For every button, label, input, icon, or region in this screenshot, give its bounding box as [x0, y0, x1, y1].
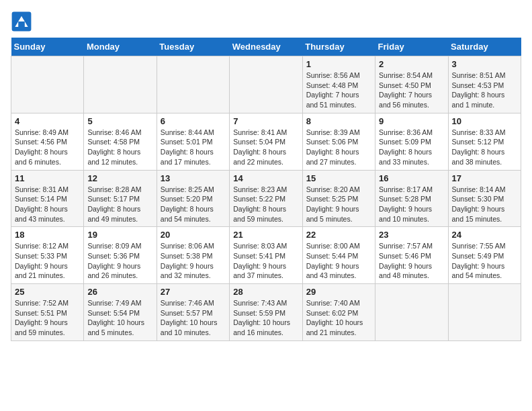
col-header-monday: Monday	[84, 38, 157, 56]
day-number: 22	[306, 230, 371, 240]
day-number: 13	[161, 173, 226, 183]
day-number: 10	[452, 116, 517, 126]
day-info: Sunrise: 8:03 AM Sunset: 5:41 PM Dayligh…	[233, 241, 298, 281]
day-info: Sunrise: 8:14 AM Sunset: 5:30 PM Dayligh…	[452, 185, 517, 224]
day-info: Sunrise: 8:09 AM Sunset: 5:36 PM Dayligh…	[87, 241, 152, 281]
day-info: Sunrise: 8:36 AM Sunset: 5:09 PM Dayligh…	[379, 128, 444, 167]
day-number: 5	[87, 116, 152, 126]
day-number: 2	[379, 59, 444, 69]
day-info: Sunrise: 8:28 AM Sunset: 5:17 PM Dayligh…	[87, 185, 152, 224]
day-cell: 14Sunrise: 8:23 AM Sunset: 5:22 PM Dayli…	[230, 170, 302, 227]
day-info: Sunrise: 8:25 AM Sunset: 5:20 PM Dayligh…	[161, 185, 226, 224]
logo	[11, 11, 34, 32]
day-cell: 6Sunrise: 8:44 AM Sunset: 5:01 PM Daylig…	[157, 113, 229, 170]
day-number: 25	[15, 287, 80, 297]
day-info: Sunrise: 8:17 AM Sunset: 5:28 PM Dayligh…	[379, 185, 444, 224]
day-number: 8	[306, 116, 371, 126]
day-cell	[448, 284, 521, 341]
day-number: 14	[233, 173, 298, 183]
day-info: Sunrise: 7:57 AM Sunset: 5:46 PM Dayligh…	[379, 241, 444, 281]
day-cell: 21Sunrise: 8:03 AM Sunset: 5:41 PM Dayli…	[230, 227, 302, 284]
day-number: 26	[87, 287, 152, 297]
day-number: 21	[233, 230, 298, 240]
logo-icon	[11, 11, 32, 32]
day-number: 29	[306, 287, 371, 297]
day-cell: 27Sunrise: 7:46 AM Sunset: 5:57 PM Dayli…	[157, 284, 229, 341]
day-cell: 7Sunrise: 8:41 AM Sunset: 5:04 PM Daylig…	[230, 113, 302, 170]
day-cell: 19Sunrise: 8:09 AM Sunset: 5:36 PM Dayli…	[84, 227, 157, 284]
col-header-wednesday: Wednesday	[230, 38, 302, 56]
week-row-4: 18Sunrise: 8:12 AM Sunset: 5:33 PM Dayli…	[11, 227, 521, 284]
day-info: Sunrise: 8:51 AM Sunset: 4:53 PM Dayligh…	[452, 71, 517, 110]
day-number: 15	[306, 173, 371, 183]
day-info: Sunrise: 8:39 AM Sunset: 5:06 PM Dayligh…	[306, 128, 371, 167]
day-cell: 24Sunrise: 7:55 AM Sunset: 5:49 PM Dayli…	[448, 227, 521, 284]
day-cell: 2Sunrise: 8:54 AM Sunset: 4:50 PM Daylig…	[375, 56, 448, 113]
day-cell: 16Sunrise: 8:17 AM Sunset: 5:28 PM Dayli…	[375, 170, 448, 227]
day-number: 4	[15, 116, 80, 126]
day-info: Sunrise: 8:20 AM Sunset: 5:25 PM Dayligh…	[306, 185, 371, 224]
day-cell: 4Sunrise: 8:49 AM Sunset: 4:56 PM Daylig…	[11, 113, 84, 170]
page-header	[11, 11, 521, 32]
day-number: 27	[161, 287, 226, 297]
day-number: 19	[87, 230, 152, 240]
day-number: 17	[452, 173, 517, 183]
day-info: Sunrise: 8:44 AM Sunset: 5:01 PM Dayligh…	[161, 128, 226, 167]
day-info: Sunrise: 8:46 AM Sunset: 4:58 PM Dayligh…	[87, 128, 152, 167]
day-cell: 1Sunrise: 8:56 AM Sunset: 4:48 PM Daylig…	[302, 56, 375, 113]
day-number: 16	[379, 173, 444, 183]
day-info: Sunrise: 7:55 AM Sunset: 5:49 PM Dayligh…	[452, 241, 517, 281]
day-cell: 23Sunrise: 7:57 AM Sunset: 5:46 PM Dayli…	[375, 227, 448, 284]
col-header-tuesday: Tuesday	[157, 38, 229, 56]
day-info: Sunrise: 8:33 AM Sunset: 5:12 PM Dayligh…	[452, 128, 517, 167]
day-number: 20	[161, 230, 226, 240]
day-cell	[157, 56, 229, 113]
day-number: 24	[452, 230, 517, 240]
day-info: Sunrise: 8:23 AM Sunset: 5:22 PM Dayligh…	[233, 185, 298, 224]
day-cell	[230, 56, 302, 113]
day-number: 9	[379, 116, 444, 126]
week-row-5: 25Sunrise: 7:52 AM Sunset: 5:51 PM Dayli…	[11, 284, 521, 341]
day-cell: 9Sunrise: 8:36 AM Sunset: 5:09 PM Daylig…	[375, 113, 448, 170]
day-number: 7	[233, 116, 298, 126]
day-cell: 15Sunrise: 8:20 AM Sunset: 5:25 PM Dayli…	[302, 170, 375, 227]
day-cell: 22Sunrise: 8:00 AM Sunset: 5:44 PM Dayli…	[302, 227, 375, 284]
day-info: Sunrise: 7:49 AM Sunset: 5:54 PM Dayligh…	[87, 298, 152, 338]
col-header-saturday: Saturday	[448, 38, 521, 56]
day-number: 11	[15, 173, 80, 183]
day-number: 3	[452, 59, 517, 69]
day-cell: 8Sunrise: 8:39 AM Sunset: 5:06 PM Daylig…	[302, 113, 375, 170]
day-cell: 25Sunrise: 7:52 AM Sunset: 5:51 PM Dayli…	[11, 284, 84, 341]
day-info: Sunrise: 8:56 AM Sunset: 4:48 PM Dayligh…	[306, 71, 371, 110]
day-cell	[375, 284, 448, 341]
day-cell: 26Sunrise: 7:49 AM Sunset: 5:54 PM Dayli…	[84, 284, 157, 341]
day-info: Sunrise: 8:31 AM Sunset: 5:14 PM Dayligh…	[15, 185, 80, 224]
day-cell: 29Sunrise: 7:40 AM Sunset: 6:02 PM Dayli…	[302, 284, 375, 341]
day-number: 1	[306, 59, 371, 69]
day-info: Sunrise: 8:06 AM Sunset: 5:38 PM Dayligh…	[161, 241, 226, 281]
day-info: Sunrise: 7:43 AM Sunset: 5:59 PM Dayligh…	[233, 298, 298, 338]
day-cell: 17Sunrise: 8:14 AM Sunset: 5:30 PM Dayli…	[448, 170, 521, 227]
day-cell: 13Sunrise: 8:25 AM Sunset: 5:20 PM Dayli…	[157, 170, 229, 227]
week-row-3: 11Sunrise: 8:31 AM Sunset: 5:14 PM Dayli…	[11, 170, 521, 227]
week-row-1: 1Sunrise: 8:56 AM Sunset: 4:48 PM Daylig…	[11, 56, 521, 113]
svg-rect-2	[18, 21, 25, 27]
day-cell: 28Sunrise: 7:43 AM Sunset: 5:59 PM Dayli…	[230, 284, 302, 341]
day-info: Sunrise: 8:12 AM Sunset: 5:33 PM Dayligh…	[15, 241, 80, 281]
day-number: 28	[233, 287, 298, 297]
day-info: Sunrise: 8:49 AM Sunset: 4:56 PM Dayligh…	[15, 128, 80, 167]
day-number: 18	[15, 230, 80, 240]
day-info: Sunrise: 8:54 AM Sunset: 4:50 PM Dayligh…	[379, 71, 444, 110]
day-number: 23	[379, 230, 444, 240]
day-cell: 10Sunrise: 8:33 AM Sunset: 5:12 PM Dayli…	[448, 113, 521, 170]
day-info: Sunrise: 8:41 AM Sunset: 5:04 PM Dayligh…	[233, 128, 298, 167]
day-number: 12	[87, 173, 152, 183]
day-cell: 3Sunrise: 8:51 AM Sunset: 4:53 PM Daylig…	[448, 56, 521, 113]
day-cell: 20Sunrise: 8:06 AM Sunset: 5:38 PM Dayli…	[157, 227, 229, 284]
day-cell: 18Sunrise: 8:12 AM Sunset: 5:33 PM Dayli…	[11, 227, 84, 284]
calendar-header-row: SundayMondayTuesdayWednesdayThursdayFrid…	[11, 38, 521, 56]
day-cell	[84, 56, 157, 113]
col-header-sunday: Sunday	[11, 38, 84, 56]
day-cell: 11Sunrise: 8:31 AM Sunset: 5:14 PM Dayli…	[11, 170, 84, 227]
col-header-friday: Friday	[375, 38, 448, 56]
